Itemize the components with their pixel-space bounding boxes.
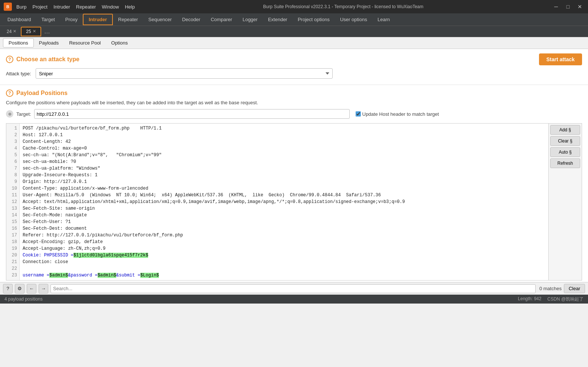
help-icon-btn[interactable]: ?	[3, 284, 13, 294]
sub-tab-25-label: 25	[26, 29, 31, 34]
side-buttons: Add § Clear § Auto § Refresh	[548, 124, 582, 280]
titlebar: B Burp Project Intruder Repeater Window …	[0, 0, 588, 13]
sub-tab-24-label: 24	[7, 29, 12, 34]
start-attack-button[interactable]: Start attack	[539, 53, 582, 65]
target-drag-handle[interactable]: ⊕	[6, 110, 13, 118]
payload-positions-desc: Configure the positions where payloads w…	[6, 100, 582, 105]
nav-tab-dashboard[interactable]: Dashboard	[2, 14, 36, 24]
forward-button[interactable]: →	[39, 284, 48, 294]
nav-tab-user-options[interactable]: User options	[335, 14, 372, 24]
attack-type-section: ? Choose an attack type Start attack Att…	[0, 49, 588, 85]
sub-tab-24[interactable]: 24 ✕	[2, 27, 21, 36]
editor-content[interactable]: POST /pikachu/vul/burteforce/bf_form.php…	[20, 124, 548, 280]
target-label: Target:	[16, 111, 31, 117]
editor-area: 1234567891011121314151617181920212223 PO…	[6, 123, 582, 281]
sub-tab-25[interactable]: 25 ✕	[21, 27, 41, 36]
inner-tab-options[interactable]: Options	[106, 39, 133, 47]
payload-positions-header: ? Payload Positions	[6, 89, 582, 97]
maximize-button[interactable]: □	[564, 2, 572, 11]
menu-burp[interactable]: Burp	[16, 4, 26, 10]
attack-type-title: Choose an attack type	[16, 56, 79, 63]
attack-type-select[interactable]: Sniper Battering ram Pitchfork Cluster b…	[36, 68, 333, 79]
minimize-button[interactable]: ─	[552, 2, 561, 11]
line-numbers: 1234567891011121314151617181920212223	[6, 124, 20, 280]
menu-help[interactable]: Help	[125, 4, 135, 10]
inner-tabs: Positions Payloads Resource Pool Options	[0, 37, 588, 49]
sub-tabs-more[interactable]: …	[41, 28, 53, 35]
target-input[interactable]	[34, 109, 350, 119]
title-menus: Burp Project Intruder Repeater Window He…	[16, 4, 135, 10]
settings-icon-btn[interactable]: ⚙	[15, 284, 24, 294]
nav-tab-comparer[interactable]: Comparer	[206, 14, 238, 24]
menu-window[interactable]: Window	[102, 4, 119, 10]
matches-count: 0 matches	[539, 286, 562, 291]
app-logo: B	[4, 3, 12, 11]
attack-type-header: ? Choose an attack type Start attack	[6, 53, 582, 65]
app-title: Burp Suite Professional v2022.3.1 - Temp…	[263, 4, 424, 9]
menu-project[interactable]: Project	[32, 4, 47, 10]
inner-tab-resource-pool[interactable]: Resource Pool	[64, 39, 106, 47]
payload-positions-title: Payload Positions	[16, 90, 68, 96]
watermark: CSDN @凯响起了	[547, 296, 584, 302]
payload-positions-count: 4 payload positions	[4, 296, 43, 302]
nav-tab-logger[interactable]: Logger	[237, 14, 262, 24]
bottom-bar: ? ⚙ ← → 0 matches Clear	[0, 282, 588, 295]
add-payload-button[interactable]: Add §	[550, 125, 580, 135]
titlebar-left: B Burp Project Intruder Repeater Window …	[4, 3, 135, 11]
attack-type-help[interactable]: ?	[6, 56, 13, 63]
attack-type-label: Attack type:	[6, 71, 31, 76]
update-host-checkbox[interactable]	[356, 111, 361, 117]
status-bar: 4 payload positions Length: 942 CSDN @凯响…	[0, 295, 588, 304]
inner-tab-positions[interactable]: Positions	[3, 38, 34, 47]
nav-tab-sequencer[interactable]: Sequencer	[143, 14, 177, 24]
sub-tab-25-close[interactable]: ✕	[33, 29, 36, 34]
nav-tab-decoder[interactable]: Decoder	[177, 14, 205, 24]
clear-search-button[interactable]: Clear	[564, 284, 585, 293]
inner-tab-payloads[interactable]: Payloads	[34, 39, 64, 47]
payload-positions-section: ? Payload Positions Configure the positi…	[0, 85, 588, 123]
menu-repeater[interactable]: Repeater	[76, 4, 96, 10]
status-bar-right: Length: 942 CSDN @凯响起了	[518, 296, 584, 302]
back-button[interactable]: ←	[27, 284, 36, 294]
update-host-text: Update Host header to match target	[362, 111, 439, 117]
payload-positions-help[interactable]: ?	[6, 89, 13, 97]
update-host-label: Update Host header to match target	[356, 111, 439, 117]
search-input[interactable]	[50, 284, 536, 293]
main-nav: Dashboard Target Proxy Intruder Repeater…	[0, 13, 588, 26]
close-button[interactable]: ✕	[575, 2, 584, 11]
window-controls: ─ □ ✕	[552, 2, 584, 11]
nav-tab-project-options[interactable]: Project options	[293, 14, 335, 24]
sub-tabs: 24 ✕ 25 ✕ …	[0, 26, 588, 37]
target-row: ⊕ Target: Update Host header to match ta…	[6, 109, 582, 119]
content-main: ? Choose an attack type Start attack Att…	[0, 49, 588, 282]
nav-tab-learn[interactable]: Learn	[372, 14, 395, 24]
sub-tab-24-close[interactable]: ✕	[13, 29, 16, 34]
nav-tab-proxy[interactable]: Proxy	[60, 14, 83, 24]
nav-tab-repeater[interactable]: Repeater	[113, 14, 143, 24]
length-info: Length: 942	[518, 296, 541, 302]
clear-payload-button[interactable]: Clear §	[550, 136, 580, 146]
nav-tab-intruder[interactable]: Intruder	[83, 14, 113, 25]
nav-tab-extender[interactable]: Extender	[263, 14, 293, 24]
nav-tab-target[interactable]: Target	[36, 14, 60, 24]
refresh-button[interactable]: Refresh	[550, 158, 580, 168]
menu-intruder[interactable]: Intruder	[53, 4, 70, 10]
attack-type-row: Attack type: Sniper Battering ram Pitchf…	[6, 68, 582, 79]
auto-payload-button[interactable]: Auto §	[550, 147, 580, 157]
